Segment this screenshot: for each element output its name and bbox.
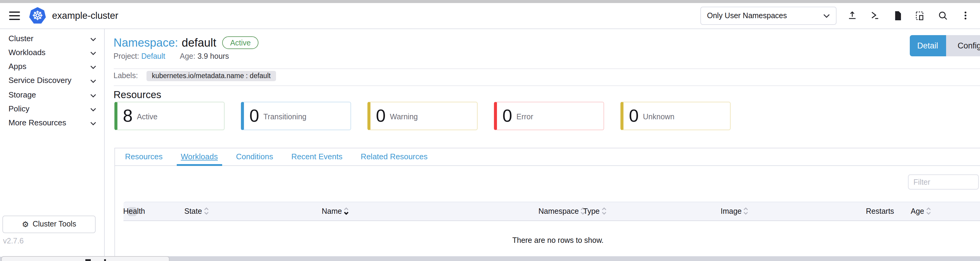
- chevron-down-icon: [90, 33, 96, 43]
- sidebar-item-label: Apps: [8, 62, 26, 71]
- sidebar-item-label: More Resources: [8, 118, 66, 127]
- resource-count-card: 0 Error: [494, 102, 604, 130]
- download-yaml-icon[interactable]: [890, 8, 905, 23]
- column-label: State: [184, 207, 202, 215]
- status-badge: Active: [222, 36, 258, 49]
- resource-count-card: 0 Transitioning: [241, 102, 351, 130]
- table-column-header[interactable]: Name: [322, 202, 348, 220]
- column-label: Namespace: [538, 207, 579, 215]
- card-count: 0: [503, 107, 512, 125]
- tab[interactable]: Related Resources: [356, 148, 432, 165]
- kubectl-shell-icon[interactable]: [867, 8, 882, 23]
- chevron-down-icon: [90, 104, 96, 113]
- tab-label: Workloads: [181, 152, 218, 161]
- config-button[interactable]: Config: [946, 35, 980, 56]
- rancher-cluster-dashboard: ☸ example-cluster Only User Namespaces: [0, 0, 980, 261]
- card-label: Active: [137, 112, 158, 121]
- card-count: 8: [123, 107, 132, 125]
- column-label: Age: [911, 207, 924, 215]
- column-label: Name: [322, 207, 342, 215]
- horizontal-scrollbar-thumb[interactable]: [1, 256, 170, 261]
- sidebar: Cluster Workloads Apps: [0, 29, 104, 257]
- sidebar-nav-item[interactable]: More Resources: [0, 116, 104, 130]
- sidebar-nav-item[interactable]: Cluster: [0, 31, 104, 45]
- resource-count-card: 8 Active: [115, 102, 224, 130]
- detail-button[interactable]: Detail: [910, 35, 946, 56]
- card-label: Unknown: [643, 112, 674, 121]
- detail-tabs-panel: Resources Workloads Conditions Recent Ev…: [114, 148, 980, 257]
- top-bar: ☸ example-cluster Only User Namespaces: [0, 3, 980, 29]
- sidebar-item-label: Policy: [8, 104, 29, 113]
- table-column-header[interactable]: Namespace: [538, 202, 585, 220]
- chevron-down-icon: [90, 62, 96, 71]
- chevron-down-icon: [90, 118, 96, 127]
- resource-name: default: [181, 36, 216, 49]
- sort-arrows-icon: [204, 207, 208, 215]
- sidebar-item-label: Storage: [8, 90, 36, 99]
- labels-row: Labels: kubernetes.io/metadata.name : de…: [113, 70, 276, 81]
- tab[interactable]: Workloads: [177, 148, 222, 165]
- table-column-header[interactable]: Restarts: [866, 202, 894, 220]
- tab[interactable]: Conditions: [232, 148, 278, 165]
- resources-section-title: Resources: [113, 89, 161, 100]
- table-column-header[interactable]: Health: [123, 202, 145, 220]
- tab-label: Resources: [125, 152, 162, 161]
- table-column-header[interactable]: State: [184, 202, 208, 220]
- table-column-header[interactable]: Image: [721, 202, 748, 220]
- table-header: State Name: [123, 201, 980, 221]
- cluster-tools-label: Cluster Tools: [33, 220, 76, 229]
- cluster-name: example-cluster: [52, 10, 118, 21]
- tab-label: Conditions: [236, 152, 273, 161]
- column-label: Health: [123, 207, 145, 215]
- copy-kubeconfig-icon[interactable]: [913, 8, 928, 23]
- tab-bar: Resources Workloads Conditions Recent Ev…: [115, 148, 980, 166]
- column-label: Image: [721, 207, 742, 215]
- hamburger-menu-icon[interactable]: [9, 11, 20, 20]
- project-link[interactable]: Default: [142, 52, 165, 60]
- column-label: Restarts: [866, 207, 894, 215]
- resource-count-card: 0 Unknown: [620, 102, 730, 130]
- tab[interactable]: Resources: [121, 148, 167, 165]
- kebab-menu-icon[interactable]: [958, 8, 973, 23]
- table-column-header[interactable]: Type: [583, 202, 606, 220]
- resource-type-link[interactable]: Namespace:: [113, 36, 178, 49]
- chevron-down-icon: [90, 48, 96, 57]
- sort-arrows-icon: [744, 207, 748, 215]
- sidebar-nav-item[interactable]: Policy: [0, 102, 104, 116]
- window-top-edge: [0, 0, 980, 3]
- sidebar-nav-item[interactable]: Apps: [0, 59, 104, 73]
- tab-label: Recent Events: [291, 152, 343, 161]
- sort-arrows-icon: [926, 207, 931, 215]
- clipped-ui-fragment: [104, 259, 106, 261]
- divider: [113, 85, 980, 86]
- empty-state: There are no rows to show.: [123, 234, 980, 245]
- sort-arrows-icon: [601, 207, 606, 215]
- card-count: 0: [376, 107, 386, 125]
- card-label: Warning: [390, 112, 418, 121]
- version-label: v2.7.6: [3, 237, 24, 245]
- import-yaml-icon[interactable]: [845, 8, 859, 23]
- main-content: Namespace: default Active Detail Config …: [104, 29, 980, 257]
- resource-meta: Project: Default Age: 3.9 hours: [113, 52, 229, 60]
- sidebar-nav-item[interactable]: Service Discovery: [0, 73, 104, 88]
- tab-label: Related Resources: [361, 152, 428, 161]
- tab[interactable]: Recent Events: [287, 148, 347, 165]
- search-icon[interactable]: [935, 8, 950, 23]
- sidebar-item-label: Service Discovery: [8, 76, 72, 85]
- cluster-tools-button[interactable]: ⚙ Cluster Tools: [2, 216, 95, 233]
- table-bottom-border: [123, 256, 980, 256]
- chevron-down-icon: [90, 76, 96, 85]
- sidebar-nav-item[interactable]: Workloads: [0, 45, 104, 60]
- namespace-filter-select[interactable]: Only User Namespaces: [700, 7, 837, 25]
- sidebar-nav-item[interactable]: Storage: [0, 88, 104, 102]
- table-column-header[interactable]: Age: [911, 202, 931, 220]
- card-count: 0: [629, 107, 639, 125]
- kubernetes-logo[interactable]: ☸: [29, 7, 46, 24]
- filter-input[interactable]: [908, 174, 979, 189]
- resource-count-card: 0 Warning: [368, 102, 477, 130]
- namespace-filter-value: Only User Namespaces: [707, 11, 787, 20]
- chevron-down-icon: [823, 11, 830, 20]
- column-label: Type: [583, 207, 600, 215]
- page-title: Namespace: default Active: [113, 36, 259, 49]
- sort-arrows-icon: [344, 207, 348, 215]
